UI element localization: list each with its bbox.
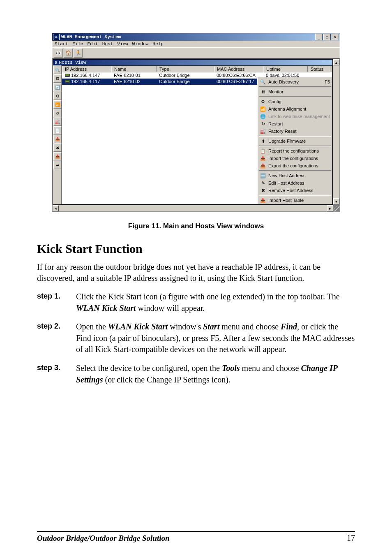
step-3: step 3. Select the device to be configur…	[37, 363, 355, 385]
menu-view[interactable]: View	[117, 42, 128, 46]
cell-ip: 192.168.4.147	[71, 73, 100, 78]
cm-restart[interactable]: ↻ Restart	[258, 120, 332, 127]
cm-import-ht[interactable]: 📥 Import Host Table	[258, 197, 332, 204]
cell-mac: 00:80:C6:E3:67:17	[214, 79, 263, 85]
toolbar-button-2[interactable]: 🏠	[64, 49, 73, 58]
toolbar-button-3[interactable]: 🏃	[74, 49, 83, 58]
cm-export-ht[interactable]: 📤 Export Host Table	[258, 204, 332, 204]
intro-paragraph: If for any reason the outdoor bridge doe…	[37, 262, 355, 284]
cell-name: FAE-8210-01	[111, 72, 157, 79]
upgrade-icon: ⬆	[260, 138, 266, 144]
step-2: step 2. Open the WLAN Kick Start window'…	[37, 321, 355, 355]
toolbar-button-1[interactable]: 👀	[54, 49, 63, 58]
hosts-view-window: a Hosts View 🔍 🖥 🔄 ⚙ 📶 ↻ 🏭	[53, 59, 333, 205]
antenna-icon: 📶	[55, 102, 60, 107]
antenna-icon: 📶	[260, 106, 266, 112]
steps-list: step 1. Click the Kick Start icon (a fig…	[37, 291, 355, 385]
page-footer: Outdoor Bridge/Outdoor Bridge Solution 1…	[37, 531, 355, 543]
separator	[259, 195, 331, 196]
cm-link-web: 🌐 Link to web base management	[258, 113, 332, 120]
section-heading: Kick Start Function	[37, 242, 355, 256]
menu-help[interactable]: Help	[152, 42, 163, 46]
cm-config[interactable]: ⚙ Config	[258, 98, 332, 105]
col-status[interactable]: Status	[308, 66, 330, 72]
cell-mac: 00:80:C6:E3:66:CA	[214, 72, 263, 79]
lt-import[interactable]: 📥	[53, 135, 62, 143]
edit-icon: ✎	[260, 180, 266, 186]
cm-remove-host[interactable]: ✖ Remove Host Address	[258, 187, 332, 194]
step-body: Click the Kick Start icon (a figure with…	[76, 291, 355, 314]
col-ip[interactable]: IP Address	[62, 66, 111, 72]
close-button[interactable]: ×	[332, 34, 339, 40]
doc-icon: 📄	[55, 128, 60, 133]
mdi-vertical-scrollbar[interactable]: ▴ ▾	[333, 59, 339, 204]
restart-icon: ↻	[260, 121, 266, 127]
cm-import-cfg[interactable]: 📥 Import the configurations	[258, 155, 332, 162]
lt-delete[interactable]: ✖	[53, 144, 62, 152]
top-toolbar: 👀 🏠 🏃	[52, 47, 340, 58]
cm-export-cfg[interactable]: 📤 Export the configurations	[258, 162, 332, 169]
lt-config[interactable]: ⚙	[53, 92, 62, 100]
step-label: step 1.	[37, 291, 76, 314]
cell-type: Outdoor Bridge	[157, 72, 214, 79]
step-label: step 2.	[37, 321, 76, 355]
app-icon: a	[53, 34, 60, 40]
lt-doc[interactable]: 📄	[53, 126, 62, 134]
footer-page-number: 17	[347, 533, 355, 543]
figure-caption: Figure 11. Main and Hosts View windows	[37, 222, 355, 230]
lt-export-host[interactable]: 📤	[53, 152, 62, 160]
context-menu: 🔍 Auto Discovery F5 🖥 Monitor	[257, 77, 332, 204]
minimize-button[interactable]: _	[315, 34, 323, 40]
refresh-icon: 🔄	[55, 85, 60, 90]
step-label: step 3.	[37, 363, 76, 385]
scroll-down-button[interactable]: ▾	[333, 198, 339, 204]
mdi-horizontal-scrollbar[interactable]: ◂ ▸	[53, 205, 333, 211]
cm-upgrade[interactable]: ⬆ Upgrade Firmware	[258, 137, 332, 145]
menu-host[interactable]: Host	[102, 42, 113, 46]
separator	[259, 136, 331, 137]
scroll-up-button[interactable]: ▴	[333, 59, 339, 65]
config-icon: ⚙	[56, 94, 60, 98]
cm-report[interactable]: 📋 Report the configurations	[258, 147, 332, 155]
cm-factory-reset[interactable]: 🏭 Factory Reset	[258, 127, 332, 135]
cell-ip: 192.168.4.117	[71, 79, 100, 84]
resize-grip[interactable]	[333, 205, 339, 211]
lt-refresh[interactable]: 🔄	[53, 83, 62, 91]
menu-edit[interactable]: Edit	[87, 42, 98, 46]
cm-edit-host[interactable]: ✎ Edit Host Address	[258, 179, 332, 187]
mdi-client-area: a Hosts View 🔍 🖥 🔄 ⚙ 📶 ↻ 🏭	[52, 58, 340, 212]
host-icon: 📟	[65, 79, 70, 84]
col-uptime[interactable]: Uptime	[263, 66, 308, 72]
cm-monitor[interactable]: 🖥 Monitor	[258, 88, 332, 95]
delete-icon: ✖	[56, 146, 59, 150]
lt-antenna[interactable]: 📶	[53, 100, 62, 109]
report-icon: 📋	[260, 148, 266, 154]
menu-file[interactable]: File	[72, 42, 83, 46]
lt-export[interactable]: ➡	[53, 161, 62, 169]
cm-antenna[interactable]: 📶 Antenna Alignment	[258, 105, 332, 113]
remove-icon: ✖	[260, 188, 266, 193]
col-mac[interactable]: MAC Address	[214, 66, 263, 72]
lt-restart[interactable]: ↻	[53, 109, 62, 117]
scroll-right-button[interactable]: ▸	[327, 205, 333, 211]
separator	[259, 170, 331, 171]
lt-monitor[interactable]: 🖥	[53, 74, 62, 83]
cm-new-host[interactable]: 🆕 New Host Address	[258, 172, 332, 179]
lt-reset[interactable]: 🏭	[53, 118, 62, 126]
step-body: Open the WLAN Kick Start window's Start …	[76, 321, 355, 355]
web-icon: 🌐	[260, 114, 266, 119]
hosts-table: IP Address Name Type MAC Address Uptime …	[62, 65, 332, 204]
step-1: step 1. Click the Kick Start icon (a fig…	[37, 291, 355, 314]
menu-start[interactable]: Start	[55, 42, 68, 46]
hosts-left-toolbar: 🔍 🖥 🔄 ⚙ 📶 ↻ 🏭 📄 📥 ✖ 📤 ➡	[53, 65, 62, 204]
import-table-icon: 📥	[260, 197, 266, 203]
cm-auto-discovery[interactable]: 🔍 Auto Discovery F5	[258, 78, 332, 86]
maximize-button[interactable]: □	[323, 34, 331, 40]
menu-window[interactable]: Window	[132, 42, 149, 46]
scroll-left-button[interactable]: ◂	[53, 205, 59, 211]
export-host-icon: 📤	[55, 154, 60, 159]
col-type[interactable]: Type	[157, 66, 214, 72]
title-bar: a WLAN Management System _ □ ×	[52, 33, 340, 41]
col-name[interactable]: Name	[111, 66, 157, 72]
lt-binoculars[interactable]: 🔍	[53, 66, 62, 74]
